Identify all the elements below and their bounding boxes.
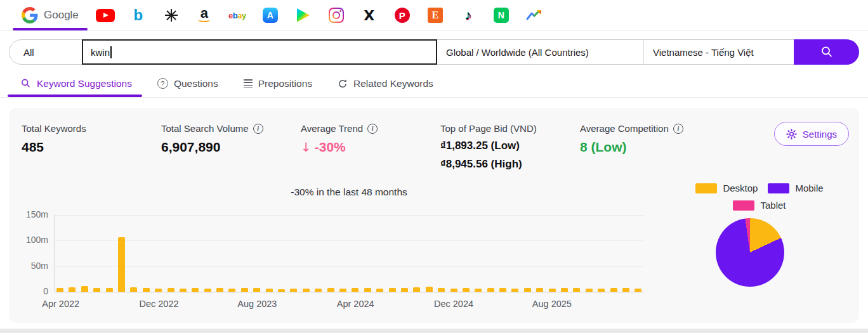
trend-bar[interactable] (180, 289, 187, 292)
trend-bar[interactable] (549, 289, 556, 292)
trend-bar[interactable] (389, 288, 396, 292)
trend-bar[interactable] (401, 288, 408, 292)
trend-bar[interactable] (598, 289, 605, 292)
trend-plot (55, 215, 644, 292)
trend-bar[interactable] (487, 288, 494, 292)
tab-related-keywords[interactable]: Related Keywords (338, 70, 433, 97)
platform-tab-amazon[interactable]: a (188, 0, 221, 30)
tab-keyword-suggestions[interactable]: Keyword Suggestions (20, 70, 132, 97)
trend-bar[interactable] (364, 288, 371, 292)
trend-bar[interactable] (352, 288, 358, 292)
scope-select[interactable]: All (10, 40, 82, 64)
platform-tab-ebay[interactable]: ebay (221, 0, 254, 30)
trend-bar[interactable] (143, 288, 150, 292)
platform-tab-etsy[interactable]: E (419, 0, 452, 30)
tab-label: Related Keywords (353, 78, 433, 89)
trend-bar[interactable] (155, 289, 162, 292)
trend-bar[interactable] (204, 289, 211, 292)
trend-bar[interactable] (168, 288, 174, 292)
keyword-tool-page: Google b a ebay A (0, 0, 868, 329)
search-input[interactable]: kwin (82, 39, 437, 65)
info-icon[interactable]: i (367, 124, 378, 134)
trend-bar[interactable] (573, 288, 580, 292)
platform-tab-youtube[interactable] (89, 0, 122, 30)
trend-bar[interactable] (561, 288, 568, 292)
trend-bar[interactable] (536, 288, 543, 292)
trend-bar[interactable] (118, 237, 125, 292)
trend-bar[interactable] (622, 288, 629, 292)
trend-bar[interactable] (315, 289, 322, 292)
trend-bar[interactable] (635, 289, 641, 292)
device-pie-chart[interactable] (716, 218, 784, 287)
tab-questions[interactable]: ? Questions (157, 70, 218, 97)
trend-bar[interactable] (93, 288, 100, 292)
trend-bar[interactable] (228, 289, 235, 292)
google-trends-icon (526, 9, 542, 22)
trend-chart-title: -30% in the last 48 months (54, 186, 644, 198)
trend-bar[interactable] (376, 289, 383, 292)
legend-item-desktop[interactable]: Desktop (695, 183, 758, 193)
gear-icon (786, 129, 797, 140)
bid-high-value: ₫8,945.56 (High) (440, 157, 537, 171)
trend-bar[interactable] (327, 288, 334, 292)
trend-bar[interactable] (438, 288, 445, 292)
x-twitter-icon: X (364, 8, 374, 23)
settings-button[interactable]: Settings (774, 122, 849, 146)
trend-bar[interactable] (463, 288, 470, 292)
stat-label: Total Search Volume (161, 123, 249, 134)
trend-bar[interactable] (524, 288, 531, 292)
trend-bar[interactable] (426, 287, 433, 292)
stat-value: ↓ -30% (301, 140, 378, 155)
platform-tab-google[interactable]: Google (11, 0, 89, 30)
platform-tab-google-play[interactable] (287, 0, 320, 30)
trend-bar[interactable] (266, 289, 273, 292)
y-tick-label: 50m (18, 261, 48, 271)
platform-tab-tiktok[interactable]: ♪ (452, 0, 485, 30)
platform-tab-instagram[interactable] (320, 0, 353, 30)
trend-bar[interactable] (511, 289, 518, 292)
trend-bar[interactable] (241, 288, 248, 292)
bid-low-value: ₫1,893.25 (Low) (440, 139, 537, 152)
trend-bar[interactable] (339, 289, 346, 292)
trend-bar[interactable] (69, 287, 76, 292)
platform-tab-app-store[interactable]: A (254, 0, 287, 30)
trend-bar[interactable] (278, 289, 285, 292)
trend-bar[interactable] (610, 288, 617, 292)
page-bottom-edge (0, 329, 868, 333)
x-tick-label: Aug 2025 (532, 299, 572, 309)
legend-item-mobile[interactable]: Mobile (768, 183, 823, 193)
trend-bar[interactable] (130, 287, 137, 292)
trend-bar[interactable] (450, 289, 457, 292)
info-icon[interactable]: i (253, 124, 263, 134)
x-tick-label: Dec 2022 (139, 299, 178, 309)
trend-bar[interactable] (106, 288, 113, 292)
search-button[interactable] (794, 39, 859, 65)
etsy-icon: E (428, 8, 443, 23)
language-select[interactable]: Vietnamese - Tiếng Việt (644, 40, 794, 64)
region-select[interactable]: Global / Worldwide (All Countries) (437, 40, 644, 64)
trend-bar[interactable] (499, 288, 506, 292)
question-icon: ? (157, 78, 168, 89)
platform-tab-pinterest[interactable]: P (386, 0, 419, 30)
platform-tab-bing[interactable]: b (122, 0, 155, 30)
platform-tab-asterisk[interactable] (155, 0, 188, 30)
trend-bar[interactable] (290, 289, 297, 292)
trend-bar[interactable] (475, 289, 482, 292)
tab-prepositions[interactable]: Prepositions (244, 70, 312, 97)
tab-label: Questions (174, 78, 218, 89)
platform-tab-google-trends[interactable] (518, 0, 551, 30)
platform-tab-x[interactable]: X (353, 0, 386, 30)
trend-bar[interactable] (81, 286, 88, 292)
trend-bar[interactable] (56, 288, 63, 292)
trend-bar[interactable] (303, 289, 310, 292)
legend-item-tablet[interactable]: Tablet (733, 200, 786, 211)
trend-bar[interactable] (586, 289, 593, 292)
trend-bar[interactable] (413, 287, 420, 292)
trend-bar[interactable] (192, 288, 199, 292)
platform-tab-naver[interactable]: N (485, 0, 518, 30)
trend-bar[interactable] (253, 288, 260, 292)
trend-bar[interactable] (216, 288, 223, 292)
instagram-icon (329, 8, 344, 23)
info-icon[interactable]: i (673, 124, 683, 134)
desktop-swatch (695, 183, 717, 193)
